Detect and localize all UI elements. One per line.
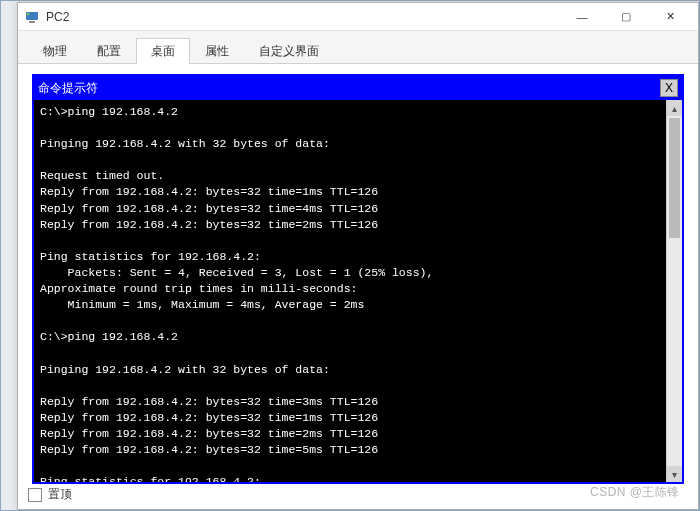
close-button[interactable]: ✕: [648, 4, 692, 30]
minimize-button[interactable]: —: [560, 4, 604, 30]
terminal-body-wrap: C:\>ping 192.168.4.2 Pinging 192.168.4.2…: [34, 100, 682, 482]
window-title: PC2: [46, 10, 560, 24]
tab-desktop[interactable]: 桌面: [136, 38, 190, 64]
workspace: 命令提示符 X C:\>ping 192.168.4.2 Pinging 192…: [18, 64, 698, 492]
outer-frame: PC2 — ▢ ✕ 物理 配置 桌面 属性 自定义界面 命令提示符 X C:\>…: [0, 0, 700, 511]
scroll-up-button[interactable]: ▴: [667, 100, 682, 116]
scrollbar[interactable]: ▴ ▾: [666, 100, 682, 482]
tab-custom-ui[interactable]: 自定义界面: [244, 38, 334, 64]
terminal-output[interactable]: C:\>ping 192.168.4.2 Pinging 192.168.4.2…: [34, 100, 682, 482]
always-on-top-label: 置顶: [48, 486, 72, 503]
terminal-close-button[interactable]: X: [660, 79, 678, 97]
app-icon: [24, 9, 40, 25]
scroll-thumb[interactable]: [669, 118, 680, 238]
footer: 置顶: [28, 486, 72, 503]
tab-physical[interactable]: 物理: [28, 38, 82, 64]
svg-rect-1: [29, 21, 35, 23]
terminal-window: 命令提示符 X C:\>ping 192.168.4.2 Pinging 192…: [32, 74, 684, 484]
tab-attributes[interactable]: 属性: [190, 38, 244, 64]
tab-config[interactable]: 配置: [82, 38, 136, 64]
terminal-title: 命令提示符: [38, 80, 660, 97]
tabs: 物理 配置 桌面 属性 自定义界面: [18, 31, 698, 64]
titlebar[interactable]: PC2 — ▢ ✕: [18, 3, 698, 31]
svg-point-2: [27, 12, 30, 15]
always-on-top-checkbox[interactable]: [28, 488, 42, 502]
terminal-titlebar[interactable]: 命令提示符 X: [34, 76, 682, 100]
maximize-button[interactable]: ▢: [604, 4, 648, 30]
scroll-down-button[interactable]: ▾: [667, 466, 682, 482]
app-window: PC2 — ▢ ✕ 物理 配置 桌面 属性 自定义界面 命令提示符 X C:\>…: [17, 2, 699, 510]
window-controls: — ▢ ✕: [560, 4, 692, 30]
